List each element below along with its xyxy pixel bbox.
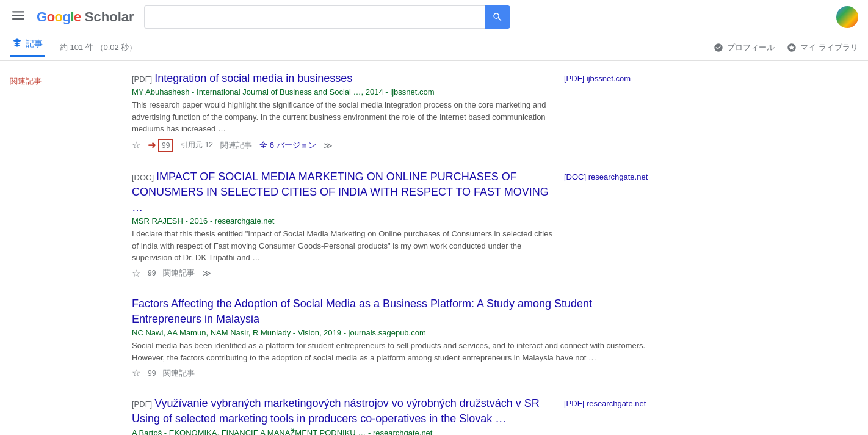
result-title-line: [PDF] Integration of social media in bus… (132, 71, 554, 86)
cite-button-0[interactable]: 99 (158, 139, 173, 152)
cite-button-2[interactable]: 99 (148, 369, 156, 378)
articles-tab[interactable]: 記事 (10, 38, 45, 57)
result-stats: 約 101 件 （0.02 秒） (60, 42, 137, 53)
result-author-link-1[interactable]: MSR RAJESH (132, 216, 183, 225)
star-icon-1[interactable]: ☆ (132, 268, 140, 279)
star-icon-0[interactable]: ☆ (132, 139, 140, 151)
sub-header: 記事 約 101 件 （0.02 秒） プロフィール マイ ライブラリ (0, 34, 868, 61)
result-title-line-1: [DOC] IMPACT OF SOCIAL MEDIA MARKETING O… (132, 169, 554, 216)
result-meta-2: NC Nawi, AA Mamun, NAM Nasir, R Muniady … (132, 328, 662, 337)
versions-0[interactable]: 全 6 バージョン (259, 140, 316, 151)
svg-rect-2 (12, 18, 24, 20)
logo-scholar-text: Scholar (85, 9, 134, 25)
result-author-link-2c[interactable]: NAM Nasir (211, 328, 248, 337)
main-content: 関連記事 [PDF] Integration of social media i… (0, 61, 868, 435)
pdf-link-1[interactable]: [DOC] researchgate.net (564, 172, 648, 181)
result-meta-1: MSR RAJESH - 2016 - researchgate.net (132, 216, 554, 225)
profile-label: プロフィール (727, 42, 775, 53)
result-actions-1: ☆ 99 関連記事 ≫ (132, 268, 554, 279)
result-snippet-1: I declare that this thesis entitled "Imp… (132, 228, 554, 264)
result-title-0[interactable]: Integration of social media in businesse… (154, 72, 352, 84)
result-snippet-2: Social media has been identified as a pl… (132, 340, 662, 364)
result-author-link-2b[interactable]: AA Mamun (167, 328, 206, 337)
cite-count-0[interactable]: 引用元 12 (181, 140, 213, 150)
result-item: [DOC] IMPACT OF SOCIAL MEDIA MARKETING O… (132, 169, 662, 282)
related-articles-sidebar-label[interactable]: 関連記事 (10, 76, 42, 86)
result-author-link-2d[interactable]: R Muniady (253, 328, 291, 337)
result-type-1: [DOC] (132, 173, 154, 182)
result-title-3[interactable]: Využívanie vybraných marketingových nást… (132, 397, 540, 425)
result-item: [PDF] Integration of social media in bus… (132, 71, 662, 155)
result-author-link-0[interactable]: MY Abuhashesh (132, 87, 189, 97)
result-item: [PDF] Využívanie vybraných marketingovýc… (132, 396, 662, 435)
result-meta-3: A Bartoš - EKONOMIKA, FINANCIE A MANAŽME… (132, 428, 554, 436)
search-input[interactable] (144, 5, 485, 29)
more-0[interactable]: ≫ (324, 141, 333, 150)
search-button[interactable] (485, 5, 510, 29)
related-0[interactable]: 関連記事 (220, 140, 252, 151)
cite-highlight-container-0: ➜ 99 (148, 139, 173, 152)
result-title-2[interactable]: Factors Affecting the Adoption of Social… (132, 298, 592, 325)
results-area: [PDF] Integration of social media in bus… (122, 71, 671, 435)
more-1[interactable]: ≫ (202, 268, 211, 278)
library-link[interactable]: マイ ライブラリ (787, 42, 858, 53)
library-label: マイ ライブラリ (800, 42, 858, 53)
result-author-link-2a[interactable]: NC Nawi (132, 328, 163, 337)
header: Google Scholar (0, 0, 868, 34)
avatar[interactable] (836, 6, 858, 28)
result-author-link-3[interactable]: A Bartoš (132, 428, 162, 436)
result-meta-0: MY Abuhashesh - International Journal of… (132, 87, 554, 97)
menu-icon[interactable] (10, 7, 27, 27)
red-arrow-0: ➜ (148, 139, 156, 151)
result-item: Factors Affecting the Adoption of Social… (132, 296, 662, 381)
svg-rect-1 (12, 15, 24, 16)
logo[interactable]: Google Scholar (37, 9, 134, 25)
profile-link[interactable]: プロフィール (714, 42, 775, 53)
articles-label: 記事 (26, 38, 43, 49)
pdf-link-0[interactable]: [PDF] ijbssnet.com (564, 74, 631, 83)
star-icon-2[interactable]: ☆ (132, 367, 140, 379)
svg-rect-0 (12, 11, 24, 12)
articles-icon (12, 38, 22, 50)
result-actions-2: ☆ 99 関連記事 (132, 367, 662, 379)
sub-header-right: プロフィール マイ ライブラリ (714, 42, 858, 53)
result-type-0: [PDF] (132, 75, 152, 84)
result-pdf-link-1: [DOC] researchgate.net (564, 169, 662, 279)
left-sidebar: 関連記事 (0, 71, 122, 435)
result-type-3: [PDF] (132, 400, 152, 409)
result-title-line-3: [PDF] Využívanie vybraných marketingovýc… (132, 396, 554, 426)
search-container (144, 5, 510, 29)
result-snippet-0: This research paper would highlight the … (132, 99, 554, 135)
result-title-1[interactable]: IMPACT OF SOCIAL MEDIA MARKETING ON ONLI… (132, 170, 549, 213)
result-title-line-2: Factors Affecting the Adoption of Social… (132, 296, 662, 327)
pdf-link-3[interactable]: [PDF] researchgate.net (564, 399, 646, 408)
cite-button-1[interactable]: 99 (148, 269, 156, 277)
result-actions-0: ☆ ➜ 99 引用元 12 関連記事 全 6 バージョン ≫ (132, 139, 554, 152)
result-pdf-link-3: [PDF] researchgate.net (564, 396, 662, 435)
related-2[interactable]: 関連記事 (163, 368, 195, 379)
header-right (836, 6, 858, 28)
result-pdf-link-0: [PDF] ijbssnet.com (564, 71, 662, 152)
related-1[interactable]: 関連記事 (163, 268, 195, 279)
